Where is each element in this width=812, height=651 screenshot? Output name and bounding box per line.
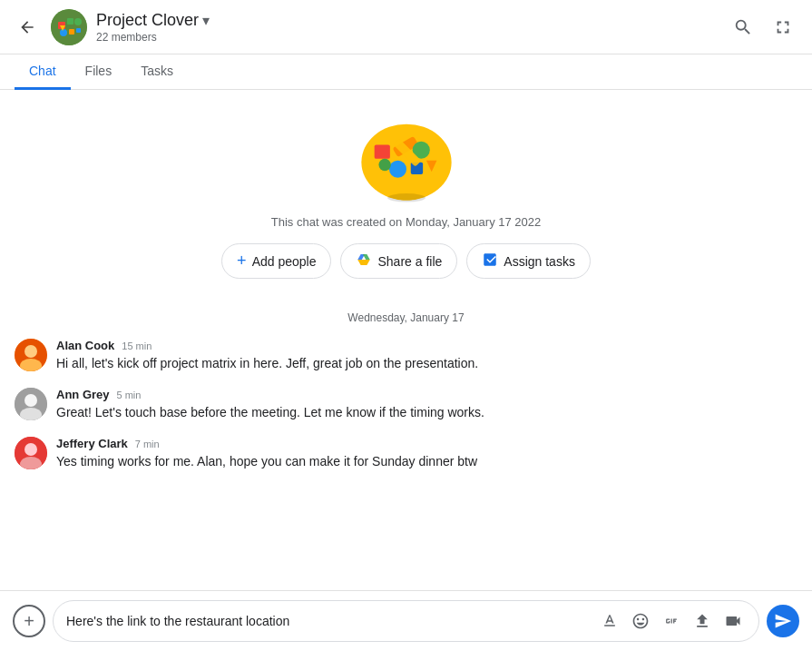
message-group: Jeffery Clark 7 min Yes timing works for…: [15, 437, 797, 471]
header: Project Clover ▾ 22 members: [0, 0, 812, 54]
svg-rect-5: [69, 29, 74, 35]
message-text: Yes timing works for me. Alan, hope you …: [56, 452, 797, 471]
svg-point-0: [51, 9, 87, 45]
group-avatar: [51, 9, 87, 45]
upload-icon[interactable]: [690, 608, 715, 634]
drive-icon: [356, 252, 372, 271]
action-buttons: + Add people Share a file: [221, 243, 591, 279]
search-button[interactable]: [725, 9, 761, 45]
header-title[interactable]: Project Clover ▾: [96, 11, 725, 30]
svg-point-25: [24, 443, 37, 456]
avatar: [15, 437, 47, 469]
message-time: 7 min: [135, 439, 160, 449]
assign-tasks-button[interactable]: Assign tasks: [466, 243, 591, 279]
message-sender: Ann Grey: [56, 388, 110, 401]
date-divider: Wednesday, January 17: [0, 311, 812, 324]
chat-created-text: This chat was created on Monday, January…: [271, 215, 542, 229]
message-time: 15 min: [122, 340, 152, 351]
message-input-box: [53, 600, 759, 642]
tabs: Chat Files Tasks: [0, 54, 812, 90]
back-button[interactable]: [11, 11, 44, 44]
tab-tasks[interactable]: Tasks: [126, 54, 188, 90]
avatar: [15, 388, 47, 420]
format-text-icon[interactable]: [597, 608, 622, 634]
input-area: +: [0, 590, 812, 651]
svg-point-8: [361, 124, 451, 201]
avatar: [15, 339, 47, 371]
svg-rect-10: [374, 145, 389, 159]
expand-button[interactable]: [765, 9, 801, 45]
share-file-label: Share a file: [377, 254, 442, 269]
message-text: Hi all, let's kick off project matrix in…: [56, 354, 797, 373]
message-header: Ann Grey 5 min: [56, 388, 797, 401]
message-content: Alan Cook 15 min Hi all, let's kick off …: [56, 339, 797, 373]
share-file-button[interactable]: Share a file: [340, 243, 457, 279]
svg-point-4: [60, 29, 67, 36]
svg-point-22: [24, 394, 37, 407]
message-sender: Alan Cook: [56, 339, 114, 352]
svg-rect-2: [67, 18, 73, 25]
header-title-block: Project Clover ▾ 22 members: [96, 11, 725, 44]
message-text: Great! Let's touch base before the meeti…: [56, 403, 797, 422]
input-actions: [597, 608, 746, 634]
gif-icon[interactable]: [659, 608, 684, 634]
message-header: Jeffery Clark 7 min: [56, 437, 797, 450]
messages-list: Alan Cook 15 min Hi all, let's kick off …: [0, 339, 812, 482]
svg-point-13: [388, 161, 406, 178]
members-count: 22 members: [96, 31, 725, 44]
tab-chat[interactable]: Chat: [15, 54, 71, 90]
emoji-icon[interactable]: [628, 608, 653, 634]
svg-point-9: [387, 193, 426, 202]
message-header: Alan Cook 15 min: [56, 339, 797, 352]
video-icon[interactable]: [720, 608, 746, 634]
svg-rect-6: [76, 28, 81, 33]
message-time: 5 min: [117, 390, 142, 400]
assign-tasks-label: Assign tasks: [504, 254, 575, 269]
add-people-label: Add people: [252, 254, 317, 269]
plus-icon: +: [237, 252, 247, 271]
svg-point-3: [74, 18, 82, 25]
chevron-down-icon: ▾: [202, 12, 210, 29]
message-group: Ann Grey 5 min Great! Let's touch base b…: [15, 388, 797, 422]
tasks-icon: [482, 252, 498, 271]
header-actions: [725, 9, 801, 45]
svg-point-14: [378, 159, 390, 171]
chat-area: This chat was created on Monday, January…: [0, 90, 812, 590]
message-group: Alan Cook 15 min Hi all, let's kick off …: [15, 339, 797, 373]
illustration-area: This chat was created on Monday, January…: [0, 90, 812, 304]
chat-bubble-illustration: [347, 117, 465, 208]
message-content: Ann Grey 5 min Great! Let's touch base b…: [56, 388, 797, 422]
add-people-button[interactable]: + Add people: [221, 243, 331, 279]
group-name: Project Clover: [96, 11, 199, 30]
message-input[interactable]: [66, 614, 590, 628]
svg-point-19: [24, 345, 37, 358]
message-content: Jeffery Clark 7 min Yes timing works for…: [56, 437, 797, 471]
tab-files[interactable]: Files: [71, 54, 127, 90]
message-sender: Jeffery Clark: [56, 437, 128, 450]
send-button[interactable]: [767, 605, 799, 637]
add-attachment-button[interactable]: +: [13, 605, 45, 637]
